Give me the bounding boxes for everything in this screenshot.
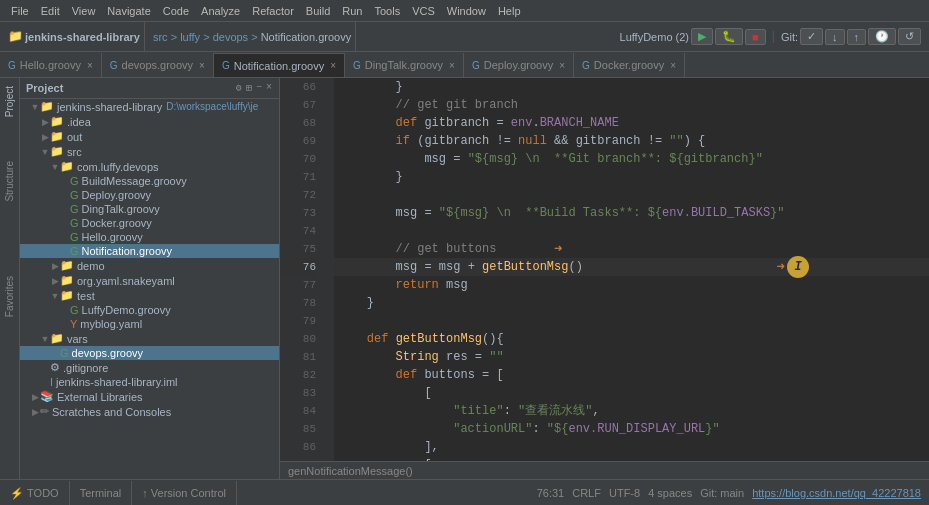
menu-item-build[interactable]: Build — [301, 4, 335, 18]
tree-label-docker-groovy: Docker.groovy — [82, 217, 152, 229]
menu-item-tools[interactable]: Tools — [369, 4, 405, 18]
left-tab-project[interactable]: Project — [3, 82, 16, 121]
menu-item-edit[interactable]: Edit — [36, 4, 65, 18]
run-button[interactable]: ▶ — [691, 28, 713, 45]
notification-file-icon: G — [70, 245, 79, 257]
project-minimize-icon[interactable]: − — [255, 81, 263, 95]
stop-button[interactable]: ■ — [745, 29, 766, 45]
menu-item-run[interactable]: Run — [337, 4, 367, 18]
tab-icon-hello: G — [8, 60, 16, 71]
tab-devops-groovy[interactable]: G devops.groovy × — [102, 53, 214, 77]
menu-item-file[interactable]: File — [6, 4, 34, 18]
code-content[interactable]: } // get git branch def gitbranch = env.… — [334, 78, 929, 461]
tree-label-com-luffy: com.luffy.devops — [77, 161, 159, 173]
tree-item-test[interactable]: ▼ 📁 test — [20, 288, 279, 303]
tree-label-test: test — [77, 290, 95, 302]
com-luffy-folder-icon: 📁 — [60, 160, 74, 173]
menu-item-navigate[interactable]: Navigate — [102, 4, 155, 18]
code-line-84: "title": "查看流水线", — [334, 402, 929, 420]
tree-item-root[interactable]: ▼ 📁 jenkins-shared-library D:\workspace\… — [20, 99, 279, 114]
tree-item-idea[interactable]: ▶ 📁 .idea — [20, 114, 279, 129]
tab-notification-groovy[interactable]: G Notification.groovy × — [214, 53, 345, 77]
status-url[interactable]: https://blog.csdn.net/qq_42227818 — [752, 487, 921, 499]
code-line-79 — [334, 312, 929, 330]
project-header: Project ⚙ ⊞ − × — [20, 78, 279, 99]
ln-75: 75 — [280, 240, 316, 258]
tree-item-iml[interactable]: ▶ I jenkins-shared-library.iml — [20, 375, 279, 389]
tab-close-dingtalk[interactable]: × — [449, 60, 455, 71]
status-encoding: UTF-8 — [609, 487, 640, 499]
tree-label-buildmessage: BuildMessage.groovy — [82, 175, 187, 187]
tree-item-hello-groovy[interactable]: ▶ G Hello.groovy — [20, 230, 279, 244]
tab-docker-groovy[interactable]: G Docker.groovy × — [574, 53, 685, 77]
tree-item-deploy-groovy[interactable]: ▶ G Deploy.groovy — [20, 188, 279, 202]
tab-label-devops: devops.groovy — [122, 59, 194, 71]
code-line-68: def gitbranch = env.BRANCH_NAME — [334, 114, 929, 132]
iml-icon: I — [50, 376, 53, 388]
main-content: Project Structure Favorites Project ⚙ ⊞ … — [0, 78, 929, 479]
hello-file-icon: G — [70, 231, 79, 243]
code-line-85: "actionURL": "${env.RUN_DISPLAY_URL}" — [334, 420, 929, 438]
tree-item-gitignore[interactable]: ▶ ⚙ .gitignore — [20, 360, 279, 375]
dingtalk-file-icon: G — [70, 203, 79, 215]
tree-item-demo[interactable]: ▶ 📁 demo — [20, 258, 279, 273]
menu-item-analyze[interactable]: Analyze — [196, 4, 245, 18]
tab-icon-docker: G — [582, 60, 590, 71]
git-commit-button[interactable]: ✓ — [800, 28, 823, 45]
tree-item-devops-vars[interactable]: ▶ G devops.groovy — [20, 346, 279, 360]
tab-dingtalk-groovy[interactable]: G DingTalk.groovy × — [345, 53, 464, 77]
tree-item-out[interactable]: ▶ 📁 out — [20, 129, 279, 144]
tab-close-notification[interactable]: × — [330, 60, 336, 71]
tab-close-docker[interactable]: × — [670, 60, 676, 71]
menu-item-vcs[interactable]: VCS — [407, 4, 440, 18]
out-folder-icon: 📁 — [50, 130, 64, 143]
tab-close-deploy[interactable]: × — [559, 60, 565, 71]
tab-close-devops[interactable]: × — [199, 60, 205, 71]
cursor-tooltip: I — [787, 256, 809, 278]
bottom-tab-terminal[interactable]: Terminal — [70, 481, 133, 505]
bottom-tab-todo[interactable]: ⚡ TODO — [0, 481, 70, 505]
project-icon: 📁 — [8, 29, 23, 44]
tree-item-snakeyaml[interactable]: ▶ 📁 org.yaml.snakeyaml — [20, 273, 279, 288]
bottom-tab-vcs[interactable]: ↑ Version Control — [132, 481, 237, 505]
code-line-80: def getButtonMsg(){ — [334, 330, 929, 348]
left-tab-favorites[interactable]: Favorites — [3, 272, 16, 321]
tree-label-root-path: D:\workspace\luffy\je — [166, 101, 258, 112]
bottom-tabs: ⚡ TODO Terminal ↑ Version Control — [0, 480, 237, 505]
project-gear-icon[interactable]: ⚙ — [235, 81, 243, 95]
tree-label-hello-groovy: Hello.groovy — [82, 231, 143, 243]
tree-item-com-luffy[interactable]: ▼ 📁 com.luffy.devops — [20, 159, 279, 174]
tree-item-src[interactable]: ▼ 📁 src — [20, 144, 279, 159]
tab-hello-groovy[interactable]: G Hello.groovy × — [0, 53, 102, 77]
tree-item-notification-groovy[interactable]: ▶ G Notification.groovy — [20, 244, 279, 258]
snakeyaml-folder-icon: 📁 — [60, 274, 74, 287]
git-revert-button[interactable]: ↺ — [898, 28, 921, 45]
git-update-button[interactable]: ↓ — [825, 29, 845, 45]
menu-item-help[interactable]: Help — [493, 4, 526, 18]
tree-item-buildmessage[interactable]: ▶ G BuildMessage.groovy — [20, 174, 279, 188]
tab-deploy-groovy[interactable]: G Deploy.groovy × — [464, 53, 574, 77]
left-tab-structure[interactable]: Structure — [3, 157, 16, 206]
tree-item-luffydemo[interactable]: ▶ G LuffyDemo.groovy — [20, 303, 279, 317]
tree-item-docker-groovy[interactable]: ▶ G Docker.groovy — [20, 216, 279, 230]
tree-item-vars[interactable]: ▼ 📁 vars — [20, 331, 279, 346]
menu-item-code[interactable]: Code — [158, 4, 194, 18]
git-push-button[interactable]: ↑ — [847, 29, 867, 45]
project-close-icon[interactable]: × — [265, 81, 273, 95]
vcs-icon: ↑ — [142, 487, 148, 499]
tab-close-hello[interactable]: × — [87, 60, 93, 71]
menu-item-view[interactable]: View — [67, 4, 101, 18]
tree-item-dingtalk-groovy[interactable]: ▶ G DingTalk.groovy — [20, 202, 279, 216]
ln-85: 85 — [280, 420, 316, 438]
tree-item-scratches[interactable]: ▶ ✏ Scratches and Consoles — [20, 404, 279, 419]
vars-folder-icon: 📁 — [50, 332, 64, 345]
tree-label-dingtalk-groovy: DingTalk.groovy — [82, 203, 160, 215]
tree-item-myblog[interactable]: ▶ Y myblog.yaml — [20, 317, 279, 331]
project-layout-icon[interactable]: ⊞ — [245, 81, 253, 95]
tree-item-external-libs[interactable]: ▶ 📚 External Libraries — [20, 389, 279, 404]
bottom-status: 76:31 CRLF UTF-8 4 spaces Git: main http… — [537, 487, 929, 499]
menu-item-window[interactable]: Window — [442, 4, 491, 18]
git-history-button[interactable]: 🕐 — [868, 28, 896, 45]
menu-item-refactor[interactable]: Refactor — [247, 4, 299, 18]
debug-button[interactable]: 🐛 — [715, 28, 743, 45]
